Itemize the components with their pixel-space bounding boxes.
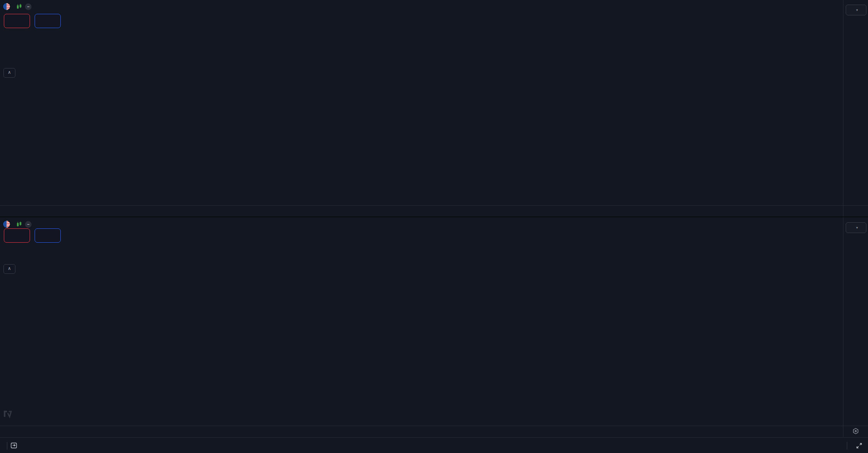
pane2-time-axis[interactable] [0, 426, 843, 437]
sell-button[interactable] [4, 228, 30, 243]
pane1-currency-selector[interactable]: ▾ [846, 5, 866, 15]
sell-button[interactable] [4, 14, 30, 28]
go-to-date-icon[interactable] [10, 442, 18, 449]
chevron-down-icon: ▾ [856, 8, 858, 12]
pane2-collapse-button[interactable]: ∧ [3, 264, 15, 274]
trading-app: – ∧ – [0, 0, 868, 453]
candles-style-icon[interactable] [16, 3, 22, 10]
pane-divider[interactable] [0, 217, 868, 217]
buy-button[interactable] [35, 14, 61, 28]
pane2-header: – [3, 220, 56, 229]
chevron-down-icon: ▾ [856, 226, 858, 230]
axis-settings-icon[interactable] [852, 427, 860, 436]
symbol-pair-icon[interactable] [3, 3, 10, 10]
collapse-legend-icon[interactable]: – [25, 3, 32, 10]
buy-button[interactable] [35, 228, 61, 243]
pane1-collapse-button[interactable]: ∧ [3, 68, 15, 78]
candles-style-icon[interactable] [16, 221, 22, 227]
price-axis[interactable] [843, 0, 868, 437]
pane2-trade-widget [4, 228, 61, 243]
pane1-time-axis-border [0, 205, 868, 206]
pane1-trade-widget [4, 14, 61, 28]
symbol-pair-icon[interactable] [3, 221, 10, 228]
pane1-header: – [3, 2, 56, 11]
collapse-legend-icon[interactable]: – [25, 221, 32, 228]
pane1-time-axis[interactable] [0, 205, 843, 217]
bottom-toolbar [0, 437, 868, 453]
toolbar-divider [7, 442, 7, 450]
fullscreen-icon[interactable] [856, 442, 863, 449]
toolbar-divider [847, 442, 847, 450]
chart-watermark-logo [3, 410, 12, 420]
pane2-time-axis-border [0, 426, 868, 426]
pane2-currency-selector[interactable]: ▾ [846, 222, 866, 233]
chart-canvas[interactable] [0, 0, 868, 453]
